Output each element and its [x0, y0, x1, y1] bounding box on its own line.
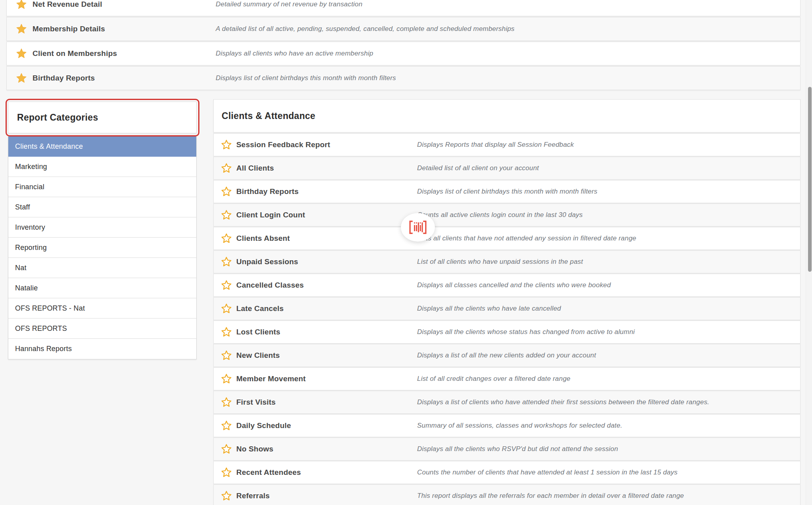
report-title: New Clients: [236, 351, 280, 360]
star-outline-icon[interactable]: [221, 490, 232, 501]
category-item[interactable]: Inventory: [8, 217, 196, 238]
category-item[interactable]: Staff: [8, 197, 196, 217]
report-row[interactable]: No Shows Displays all the clients who RS…: [213, 438, 801, 461]
report-description: Lists all clients that have not attended…: [417, 234, 636, 242]
favorite-report-row[interactable]: Net Revenue Detail Detailed summary of n…: [6, 0, 801, 16]
report-description: Displays list of client birthdays this m…: [216, 74, 396, 82]
report-row[interactable]: New Clients Displays a list of all the n…: [213, 344, 801, 367]
report-title: Session Feedback Report: [236, 140, 330, 149]
star-outline-icon[interactable]: [221, 186, 232, 197]
report-title: Membership Details: [33, 25, 105, 33]
report-title: Clients Absent: [236, 234, 290, 243]
star-filled-icon[interactable]: [16, 48, 27, 59]
report-row[interactable]: Client Login Count Counts all active cli…: [213, 204, 801, 227]
report-row[interactable]: All Clients Detailed list of all client …: [213, 157, 801, 180]
report-description: Displays all classes cancelled and the c…: [417, 281, 611, 289]
report-row[interactable]: Lost Clients Displays all the clients wh…: [213, 321, 801, 344]
report-row[interactable]: Cancelled Classes Displays all classes c…: [213, 274, 801, 297]
category-label: OFS REPORTS: [15, 325, 67, 333]
favorite-report-row[interactable]: Membership Details A detailed list of al…: [6, 17, 801, 41]
star-outline-icon[interactable]: [221, 233, 232, 244]
report-description: Detailed summary of net revenue by trans…: [216, 0, 362, 8]
star-outline-icon[interactable]: [221, 303, 232, 314]
barcode-scanner-icon: [409, 220, 427, 235]
category-item[interactable]: Natalie: [8, 278, 196, 298]
category-item[interactable]: Hannahs Reports: [8, 339, 196, 359]
report-description: List of all clients who have unpaid sess…: [417, 258, 583, 266]
report-title: Daily Schedule: [236, 421, 291, 430]
category-label: Reporting: [15, 244, 47, 252]
category-label: Hannahs Reports: [15, 345, 72, 353]
report-description: A detailed list of all active, pending, …: [216, 25, 515, 33]
category-label: OFS REPORTS - Nat: [15, 304, 85, 313]
report-description: Displays a list of all the new clients a…: [417, 351, 596, 359]
category-label: Inventory: [15, 223, 45, 232]
report-title: Lost Clients: [236, 328, 280, 336]
star-filled-icon[interactable]: [16, 23, 27, 35]
report-row[interactable]: Unpaid Sessions List of all clients who …: [213, 250, 801, 273]
category-label: Marketing: [15, 163, 47, 171]
report-row[interactable]: Referrals This report displays all the r…: [213, 484, 801, 505]
category-label: Clients & Attendance: [15, 142, 83, 151]
report-description: This report displays all the referrals f…: [417, 492, 684, 500]
report-title: No Shows: [236, 445, 273, 453]
annotation-highlight-box: [6, 99, 199, 136]
report-row[interactable]: Daily Schedule Summary of all sessions, …: [213, 414, 801, 437]
category-item[interactable]: Marketing: [8, 157, 196, 177]
favorite-report-row[interactable]: Birthday Reports Displays list of client…: [6, 66, 801, 90]
scrollbar-thumb[interactable]: [808, 87, 812, 272]
report-row[interactable]: Birthday Reports Displays list of client…: [213, 180, 801, 203]
star-outline-icon[interactable]: [221, 209, 232, 221]
star-outline-icon[interactable]: [221, 420, 232, 431]
report-description: Detailed list of all client on your acco…: [417, 164, 539, 172]
report-row[interactable]: Session Feedback Report Displays Reports…: [213, 133, 801, 156]
report-row[interactable]: Clients Absent Lists all clients that ha…: [213, 227, 801, 250]
star-outline-icon[interactable]: [221, 139, 232, 150]
category-label: Natalie: [15, 284, 38, 292]
category-item[interactable]: OFS REPORTS: [8, 319, 196, 339]
reports-panel-title: Clients & Attendance: [222, 111, 315, 121]
star-outline-icon[interactable]: [221, 444, 232, 455]
category-item[interactable]: Reporting: [8, 238, 196, 258]
report-title: Birthday Reports: [33, 74, 95, 83]
category-item[interactable]: Nat: [8, 258, 196, 278]
report-title: Recent Attendees: [236, 468, 301, 477]
report-title: Unpaid Sessions: [236, 257, 298, 266]
category-item[interactable]: OFS REPORTS - Nat: [8, 298, 196, 319]
report-description: Displays all clients who have an active …: [216, 50, 373, 58]
vertical-scrollbar[interactable]: [806, 0, 812, 505]
report-title: First Visits: [236, 398, 276, 407]
star-filled-icon[interactable]: [16, 73, 27, 84]
category-label: Staff: [15, 203, 30, 211]
star-outline-icon[interactable]: [221, 326, 232, 338]
star-outline-icon[interactable]: [221, 163, 232, 174]
report-description: Displays a list of clients who have atte…: [417, 398, 709, 406]
report-description: Displays all the clients who RSVP'd but …: [417, 445, 618, 453]
report-title: Late Cancels: [236, 304, 284, 313]
report-description: Counts all active clients login count in…: [417, 211, 583, 219]
report-title: All Clients: [236, 164, 274, 173]
report-row[interactable]: Late Cancels Displays all the clients wh…: [213, 297, 801, 320]
star-outline-icon[interactable]: [221, 280, 232, 291]
star-outline-icon[interactable]: [221, 397, 232, 408]
report-description: List of all credit changes over a filter…: [417, 375, 571, 383]
star-outline-icon[interactable]: [221, 350, 232, 361]
category-item[interactable]: Clients & Attendance: [8, 136, 196, 157]
star-filled-icon[interactable]: [16, 0, 27, 10]
favorite-report-row[interactable]: Client on Memberships Displays all clien…: [6, 42, 801, 65]
category-label: Financial: [15, 183, 44, 191]
report-title: Member Movement: [236, 374, 306, 383]
category-list: Clients & Attendance Marketing Financial…: [8, 136, 197, 359]
report-title: Client Login Count: [236, 211, 305, 219]
report-row[interactable]: First Visits Displays a list of clients …: [213, 391, 801, 414]
report-description: Displays all the clients whose status ha…: [417, 328, 635, 336]
star-outline-icon[interactable]: [221, 256, 232, 267]
report-title: Client on Memberships: [33, 49, 117, 58]
category-item[interactable]: Financial: [8, 177, 196, 197]
report-title: Birthday Reports: [236, 187, 299, 196]
report-row[interactable]: Member Movement List of all credit chang…: [213, 367, 801, 390]
star-outline-icon[interactable]: [221, 373, 232, 384]
report-row[interactable]: Recent Attendees Counts the number of cl…: [213, 461, 801, 484]
star-outline-icon[interactable]: [221, 467, 232, 478]
reports-page: Net Revenue Detail Detailed summary of n…: [0, 0, 812, 505]
